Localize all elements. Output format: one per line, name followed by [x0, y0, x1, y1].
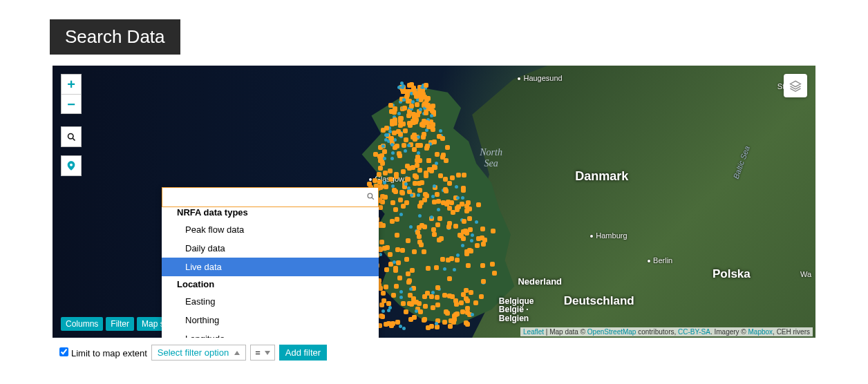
city-haugesund: Haugesund — [518, 74, 562, 82]
zoom-control: + − — [61, 74, 82, 114]
country-deutschland: Deutschland — [564, 294, 634, 308]
add-filter-button[interactable]: Add filter — [279, 345, 327, 361]
mapbox-link[interactable]: Mapbox — [748, 328, 773, 336]
layers-icon — [789, 79, 802, 93]
filter-option-list[interactable]: NRFA data types Peak flow data Daily dat… — [162, 207, 379, 340]
city-glasgow: Glasgow — [369, 175, 404, 183]
filter-group-header: NRFA data types — [162, 207, 379, 220]
select-filter-text: Select filter option — [158, 347, 229, 358]
filter-option-live-data[interactable]: Live data — [162, 258, 379, 276]
svg-point-2 — [70, 164, 73, 166]
map-container[interactable]: North Sea Danmark Nederland Deutschland … — [50, 63, 818, 340]
svg-point-0 — [68, 133, 73, 139]
cc-link[interactable]: CC-BY-SA — [678, 328, 710, 336]
chevron-up-icon — [234, 351, 240, 355]
map-search-button[interactable] — [61, 126, 82, 147]
limit-extent-label[interactable]: Limit to map extent — [59, 347, 147, 358]
map-marker-button[interactable] — [61, 155, 82, 176]
zoom-in-button[interactable]: + — [62, 75, 81, 94]
below-map-controls: Limit to map extent Select filter option… — [50, 340, 818, 361]
city-wa-partial: Wa — [800, 270, 811, 278]
filter-search-input[interactable] — [165, 191, 366, 204]
country-polska: Polska — [713, 267, 751, 281]
limit-extent-text: Limit to map extent — [71, 348, 147, 358]
country-nederland: Nederland — [518, 276, 562, 287]
operator-dropdown[interactable]: = — [250, 345, 275, 361]
country-belgium: Belgique België · Belgien — [499, 297, 534, 323]
filter-option-longitude[interactable]: Longitude — [162, 329, 379, 340]
page-title: Search Data — [50, 19, 180, 55]
map-attribution: Leaflet | Map data © OpenStreetMap contr… — [520, 327, 813, 336]
svg-marker-3 — [791, 81, 801, 86]
svg-line-5 — [372, 198, 374, 200]
filter-dropdown-panel: NRFA data types Peak flow data Daily dat… — [162, 187, 379, 340]
osm-link[interactable]: OpenStreetMap — [587, 328, 636, 336]
filter-group-header: Location — [162, 276, 379, 292]
svg-line-1 — [73, 138, 75, 140]
columns-chip[interactable]: Columns — [61, 317, 103, 331]
filter-option-northing[interactable]: Northing — [162, 311, 379, 329]
filter-option-daily-data[interactable]: Daily data — [162, 239, 379, 258]
city-hamburg: Hamburg — [590, 231, 627, 240]
filter-option-peak-flow[interactable]: Peak flow data — [162, 220, 379, 239]
filter-chip[interactable]: Filter — [106, 317, 134, 331]
zoom-out-button[interactable]: − — [62, 94, 81, 113]
city-berlin: Berlin — [648, 256, 672, 265]
operator-text: = — [255, 347, 261, 358]
country-danmark: Danmark — [575, 169, 628, 184]
layers-control[interactable] — [784, 74, 807, 97]
svg-point-4 — [368, 193, 372, 198]
search-icon — [366, 192, 375, 203]
marker-icon — [66, 160, 77, 172]
select-filter-option-dropdown[interactable]: Select filter option — [151, 345, 246, 361]
north-sea-label: North Sea — [480, 147, 502, 169]
filter-search-row — [162, 187, 379, 207]
limit-extent-checkbox[interactable] — [59, 347, 68, 356]
chevron-down-icon — [265, 351, 270, 355]
filter-option-easting[interactable]: Easting — [162, 292, 379, 311]
leaflet-link[interactable]: Leaflet — [523, 328, 544, 336]
search-icon — [66, 132, 77, 142]
